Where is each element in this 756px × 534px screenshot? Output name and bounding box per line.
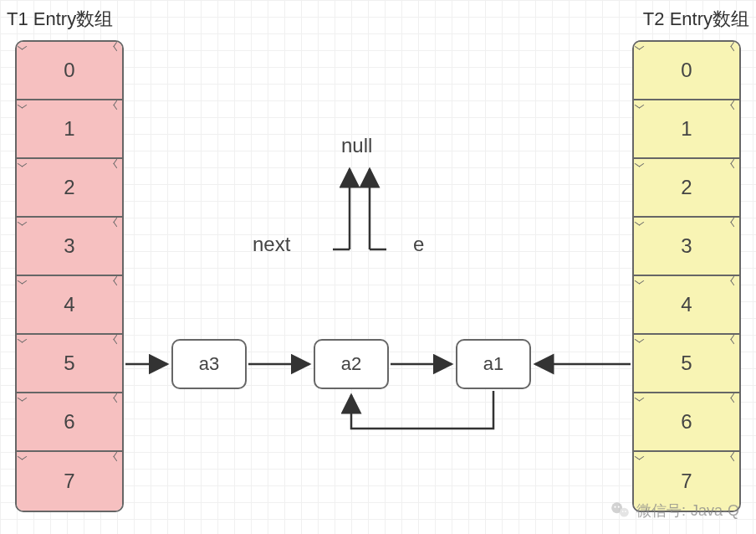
svg-point-8 (614, 506, 616, 508)
t2-cell: 6 (634, 393, 739, 452)
t1-cell: 0 (17, 42, 122, 100)
t2-cell: 4 (634, 276, 739, 335)
svg-point-9 (618, 506, 620, 508)
t1-cell: 1 (17, 100, 122, 159)
watermark-id: Java-Q (691, 502, 739, 520)
node-a3: a3 (171, 339, 247, 389)
t1-cell: 7 (17, 452, 122, 511)
t1-cell: 4 (17, 276, 122, 335)
t2-cell: 2 (634, 159, 739, 218)
t1-cell: 6 (17, 393, 122, 452)
t2-cell: 3 (634, 218, 739, 276)
null-label: null (341, 134, 372, 157)
t1-cell: 3 (17, 218, 122, 276)
node-a1: a1 (456, 339, 531, 389)
t2-title: T2 Entry数组 (643, 7, 749, 32)
watermark-prefix: 微信号: (636, 501, 686, 521)
t1-title: T1 Entry数组 (7, 7, 113, 32)
next-label: next (253, 233, 290, 256)
svg-point-10 (622, 511, 624, 512)
t2-cell: 5 (634, 335, 739, 393)
t1-cell: 5 (17, 335, 122, 393)
t1-cell: 2 (17, 159, 122, 218)
t1-array: 0 1 2 3 4 5 6 7 (15, 40, 124, 512)
t2-array: 0 1 2 3 4 5 6 7 (632, 40, 741, 512)
svg-point-11 (625, 511, 626, 512)
node-a2: a2 (314, 339, 389, 389)
svg-point-7 (620, 508, 629, 517)
t2-cell: 1 (634, 100, 739, 159)
watermark: 微信号: Java-Q (610, 500, 739, 521)
t2-cell: 0 (634, 42, 739, 100)
wechat-icon (610, 500, 631, 521)
e-label: e (413, 233, 424, 256)
